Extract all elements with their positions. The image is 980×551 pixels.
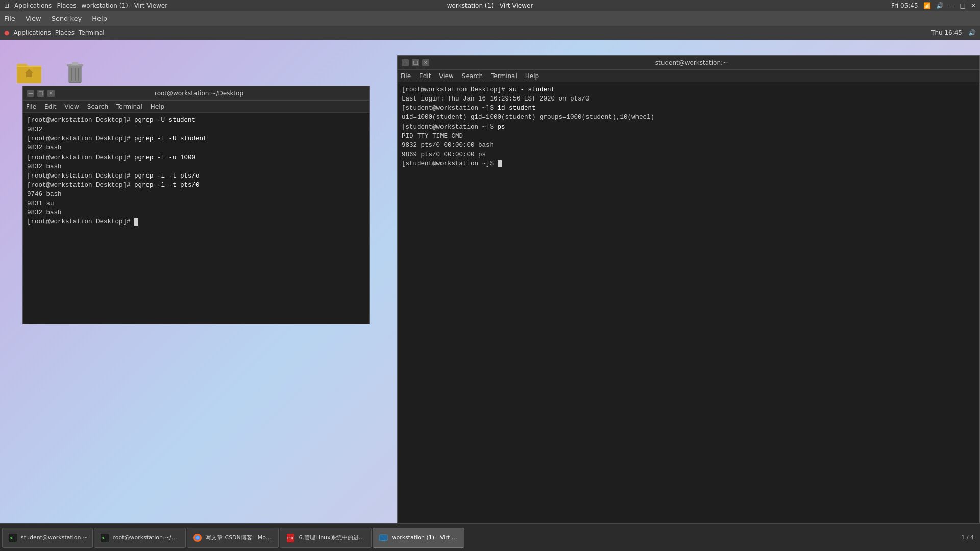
taskbar-item-virt-viewer[interactable]: workstation (1) - Virt Viewer <box>373 528 464 548</box>
guest-time: Thu 16:45 <box>931 29 962 36</box>
terminal-root-maximize-btn[interactable]: □ <box>37 90 44 97</box>
terminal-line-12: [root@workstation Desktop]# <box>27 217 365 227</box>
student-line-1: [root@workstation Desktop]# su - student <box>402 85 975 94</box>
speaker-icon: 🔊 <box>936 2 944 9</box>
guest-topbar-left: ● Applications Places Terminal <box>4 29 105 36</box>
student-line-4: uid=1000(student) gid=1000(student) grou… <box>402 113 975 122</box>
terminal-student-menu-file[interactable]: File <box>401 72 411 80</box>
outer-time: Fri 05:45 <box>891 2 918 9</box>
terminal-root-title: root@workstation:~/Desktop <box>55 90 344 97</box>
outer-maximize-btn[interactable]: □ <box>960 2 966 9</box>
terminal-student-content[interactable]: [root@workstation Desktop]# su - student… <box>398 82 979 523</box>
student-line-5: [student@workstation ~]$ ps <box>402 122 975 132</box>
terminal-root-menu-view[interactable]: View <box>64 103 79 110</box>
network-icon: 📶 <box>923 2 931 9</box>
terminal-line-3: [root@workstation Desktop]# pgrep -l -U … <box>27 134 365 143</box>
svg-rect-21 <box>382 540 385 541</box>
guest-apps-label[interactable]: Applications <box>13 29 51 36</box>
terminal-icon-2: >_ <box>100 533 110 543</box>
outer-apps-label[interactable]: Applications <box>14 2 52 9</box>
taskbar-item-student-terminal[interactable]: >_ student@workstation:~ <box>2 528 93 548</box>
outer-menu-help[interactable]: Help <box>92 15 107 22</box>
terminal-line-9: 9746 bash <box>27 190 365 199</box>
svg-rect-7 <box>72 62 78 65</box>
outer-menubar: File View Send key Help <box>0 11 980 26</box>
terminal-student-close-btn[interactable]: ✕ <box>422 59 429 66</box>
terminal-root-menu-file[interactable]: File <box>26 103 36 110</box>
taskbar-item-student-terminal-label: student@workstation:~ <box>21 534 87 541</box>
terminal-line-10: 9831 su <box>27 199 365 208</box>
student-line-7: 9832 pts/0 00:00:00 bash <box>402 141 975 150</box>
taskbar: >_ student@workstation:~ >_ root@worksta… <box>0 523 980 551</box>
taskbar-item-root-terminal[interactable]: >_ root@workstation:~/Desktop <box>94 528 186 548</box>
outer-window-title-left: workstation (1) - Virt Viewer <box>82 2 168 9</box>
terminal-student-menu-search[interactable]: Search <box>462 72 483 80</box>
student-line-8: 9869 pts/0 00:00:00 ps <box>402 150 975 159</box>
taskbar-item-pdf-label: 6.管理Linux系统中的进程.pdf <box>299 534 366 541</box>
outer-titlebar: ⊞ Applications Places workstation (1) - … <box>0 0 980 11</box>
outer-window-title-center: workstation (1) - Virt Viewer <box>447 2 533 9</box>
svg-text:>_: >_ <box>10 535 16 541</box>
terminal-line-4: 9832 bash <box>27 143 365 153</box>
svg-text:PDF: PDF <box>287 536 295 540</box>
guest-os-area: ● Applications Places Terminal Thu 16:45… <box>0 26 980 551</box>
terminal-line-6: 9832 bash <box>27 162 365 171</box>
taskbar-item-firefox[interactable]: 写文章-CSDN博客 - Mozilla Firefox <box>187 528 279 548</box>
taskbar-item-firefox-label: 写文章-CSDN博客 - Mozilla Firefox <box>206 534 273 541</box>
terminal-student-titlebar: — □ ✕ student@workstation:~ <box>398 56 979 70</box>
guest-topbar: ● Applications Places Terminal Thu 16:45… <box>0 26 980 40</box>
terminal-student-menu-view[interactable]: View <box>439 72 453 80</box>
terminal-root-window: — □ ✕ root@workstation:~/Desktop File Ed… <box>22 86 370 324</box>
guest-places-label[interactable]: Places <box>55 29 75 36</box>
terminal-student-menu-help[interactable]: Help <box>525 72 539 80</box>
terminal-line-5: [root@workstation Desktop]# pgrep -l -u … <box>27 153 365 162</box>
pdf-icon: PDF <box>285 533 296 543</box>
terminal-line-8: [root@workstation Desktop]# pgrep -l -t … <box>27 181 365 190</box>
terminal-icon-1: >_ <box>8 533 18 543</box>
terminal-root-menu-search[interactable]: Search <box>87 103 108 110</box>
guest-volume-icon: 🔊 <box>968 29 976 36</box>
terminal-student-window: — □ ✕ student@workstation:~ File Edit Vi… <box>397 55 980 523</box>
taskbar-page-indicator: 1 / 4 <box>961 534 978 541</box>
student-line-3: [student@workstation ~]$ id student <box>402 104 975 113</box>
outer-menu-view[interactable]: View <box>26 15 41 22</box>
terminal-student-menu-edit[interactable]: Edit <box>419 72 431 80</box>
terminal-root-controls: — □ ✕ <box>27 90 55 97</box>
terminal-root-menu-help[interactable]: Help <box>151 103 164 110</box>
terminal-student-minimize-btn[interactable]: — <box>402 59 409 66</box>
guest-apps-icon: ● <box>4 29 9 36</box>
terminal-root-content[interactable]: [root@workstation Desktop]# pgrep -U stu… <box>23 113 369 324</box>
outer-minimize-btn[interactable]: — <box>949 2 955 9</box>
outer-places-label[interactable]: Places <box>57 2 76 9</box>
terminal-student-title: student@workstation:~ <box>429 59 954 66</box>
firefox-icon <box>192 533 203 543</box>
student-line-9: [student@workstation ~]$ <box>402 159 975 168</box>
taskbar-item-root-terminal-label: root@workstation:~/Desktop <box>113 534 180 541</box>
terminal-root-close-btn[interactable]: ✕ <box>47 90 55 97</box>
terminal-line-11: 9832 bash <box>27 208 365 217</box>
terminal-student-menu-terminal[interactable]: Terminal <box>491 72 517 80</box>
page-indicator-text: 1 / 4 <box>961 534 974 541</box>
terminal-student-menubar: File Edit View Search Terminal Help <box>398 70 979 82</box>
taskbar-item-pdf[interactable]: PDF 6.管理Linux系统中的进程.pdf <box>280 528 372 548</box>
outer-close-btn[interactable]: ✕ <box>971 2 976 9</box>
terminal-root-menubar: File Edit View Search Terminal Help <box>23 101 369 113</box>
terminal-root-menu-edit[interactable]: Edit <box>44 103 56 110</box>
terminal-student-controls: — □ ✕ <box>402 59 429 66</box>
trash-icon <box>63 60 87 85</box>
svg-text:>_: >_ <box>102 535 108 541</box>
grid-icon: ⊞ <box>4 2 9 9</box>
terminal-student-maximize-btn[interactable]: □ <box>412 59 419 66</box>
outer-titlebar-left: ⊞ Applications Places workstation (1) - … <box>4 2 167 9</box>
terminal-root-menu-terminal[interactable]: Terminal <box>116 103 142 110</box>
student-line-2: Last login: Thu Jan 16 16:29:56 EST 2020… <box>402 94 975 104</box>
guest-terminal-label[interactable]: Terminal <box>79 29 105 36</box>
terminal-line-7: [root@workstation Desktop]# pgrep -l -t … <box>27 171 365 181</box>
folder-icon <box>17 60 41 85</box>
outer-menu-file[interactable]: File <box>4 15 15 22</box>
virt-viewer-icon <box>378 533 388 543</box>
terminal-root-minimize-btn[interactable]: — <box>27 90 34 97</box>
outer-menu-sendkey[interactable]: Send key <box>52 15 82 22</box>
student-line-6: PID TTY TIME CMD <box>402 132 975 141</box>
terminal-line-2: 9832 <box>27 125 365 134</box>
